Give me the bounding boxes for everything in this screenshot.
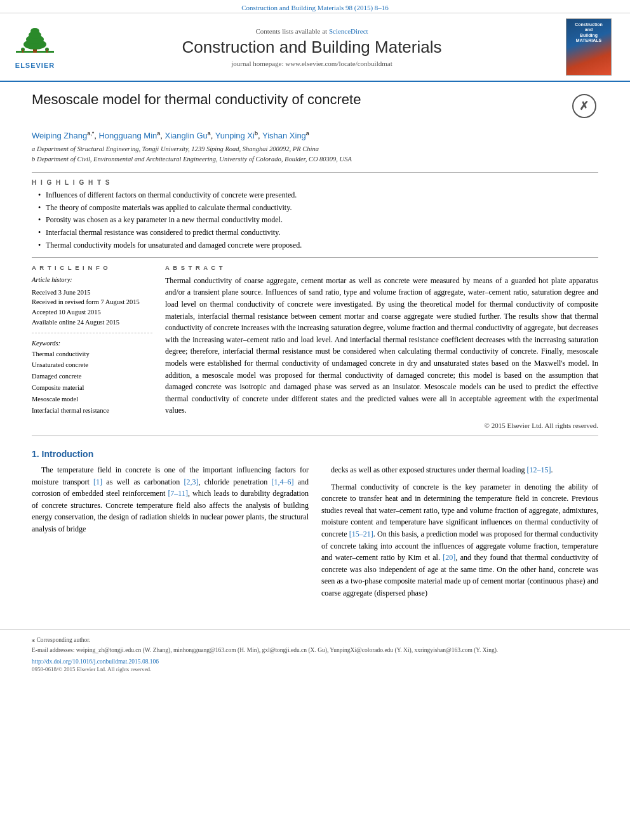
ref-1[interactable]: [1]	[93, 477, 102, 486]
doi-anchor[interactable]: http://dx.doi.org/10.1016/j.conbuildmat.…	[32, 658, 159, 665]
crossmark-icon: ✗	[572, 94, 596, 118]
journal-reference: Construction and Building Materials 98 (…	[241, 4, 389, 11]
elsevier-logo: ELSEVIER	[6, 25, 64, 69]
issn-line: 0950-0618/© 2015 Elsevier Ltd. All right…	[32, 666, 598, 672]
author-zhang[interactable]: Weiping Zhang	[32, 131, 87, 140]
divider-2	[32, 257, 598, 258]
article-info-column: A R T I C L E I N F O Article history: R…	[32, 264, 152, 429]
elsevier-brand-text: ELSEVIER	[15, 62, 55, 69]
accepted-date: Accepted 10 August 2015	[32, 307, 152, 317]
author-gu[interactable]: Xianglin Gu	[165, 131, 208, 140]
highlight-item-2: The theory of composite materials was ap…	[38, 203, 598, 213]
copyright-line: © 2015 Elsevier Ltd. All rights reserved…	[165, 422, 598, 429]
intro-text-columns: The temperature field in concrete is one…	[32, 464, 598, 604]
ref-1-4-6[interactable]: [1,4–6]	[271, 477, 293, 486]
article-title-section: Mesoscale model for thermal conductivity…	[32, 91, 598, 125]
article-history: Article history: Received 3 June 2015 Re…	[32, 275, 152, 333]
intro-right-col: decks as well as other exposed structure…	[321, 464, 598, 604]
top-bar: Construction and Building Materials 98 (…	[0, 0, 630, 13]
keywords-list: Thermal conductivity Unsaturated concret…	[32, 349, 152, 417]
journal-homepage: journal homepage: www.elsevier.com/locat…	[70, 60, 554, 67]
received-revised-date: Received in revised form 7 August 2015	[32, 297, 152, 307]
main-content: Mesoscale model for thermal conductivity…	[0, 82, 630, 617]
keyword-3: Damaged concrete	[32, 371, 152, 382]
journal-cover-image: ConstructionandBuildingMATERIALS	[566, 18, 612, 76]
received-date: Received 3 June 2015	[32, 288, 152, 298]
keyword-1: Thermal conductivity	[32, 349, 152, 360]
svg-rect-8	[22, 50, 23, 53]
highlights-list: Influences of different factors on therm…	[32, 190, 598, 251]
journal-header-center: Contents lists available at ScienceDirec…	[64, 27, 560, 67]
keywords-label: Keywords:	[32, 340, 152, 347]
keyword-4: Composite material	[32, 382, 152, 394]
keyword-6: Interfacial thermal resistance	[32, 405, 152, 417]
cover-title-text: ConstructionandBuildingMATERIALS	[575, 22, 603, 44]
affiliations: a Department of Structural Engineering, …	[32, 144, 598, 164]
divider-1	[32, 172, 598, 173]
journal-header: ELSEVIER Contents lists available at Sci…	[0, 13, 630, 82]
intro-title: 1. Introduction	[32, 449, 598, 459]
intro-label: Introduction	[42, 449, 94, 459]
introduction-section: 1. Introduction The temperature field in…	[32, 449, 598, 604]
highlight-item-1: Influences of different factors on therm…	[38, 190, 598, 201]
journal-cover-container: ConstructionandBuildingMATERIALS	[560, 18, 617, 76]
available-online-date: Available online 24 August 2015	[32, 317, 152, 328]
affiliation-b: b Department of Civil, Environmental and…	[32, 154, 598, 164]
highlights-section: H I G H L I G H T S Influences of differ…	[32, 179, 598, 251]
journal-title: Construction and Building Materials	[70, 37, 554, 57]
ref-12-15[interactable]: [12–15]	[527, 465, 551, 474]
author-xi[interactable]: Yunping Xi	[215, 131, 255, 140]
highlight-item-4: Interfacial thermal resistance was consi…	[38, 227, 598, 238]
keyword-5: Mesoscale model	[32, 394, 152, 405]
authors-line: Weiping Zhanga,*, Hongguang Mina, Xiangl…	[32, 130, 598, 140]
intro-right-paragraph-2: Thermal conductivity of concrete is the …	[321, 481, 598, 599]
svg-point-5	[30, 28, 39, 34]
keyword-2: Unsaturated concrete	[32, 359, 152, 371]
highlight-item-5: Thermal conductivity models for unsatura…	[38, 240, 598, 251]
affiliation-a: a Department of Structural Engineering, …	[32, 144, 598, 154]
abstract-column: A B S T R A C T Thermal conductivity of …	[165, 264, 598, 429]
doi-link[interactable]: http://dx.doi.org/10.1016/j.conbuildmat.…	[32, 658, 598, 665]
article-info-label: A R T I C L E I N F O	[32, 264, 152, 271]
science-direct-link[interactable]: ScienceDirect	[329, 27, 368, 35]
elsevier-logo-container: ELSEVIER	[6, 25, 64, 69]
intro-left-col: The temperature field in concrete is one…	[32, 464, 309, 604]
abstract-label: A B S T R A C T	[165, 264, 598, 271]
ref-2-3[interactable]: [2,3]	[184, 477, 199, 486]
ref-20[interactable]: [20]	[443, 553, 455, 562]
history-title: Article history:	[32, 275, 152, 286]
highlight-item-3: Porosity was chosen as a key parameter i…	[38, 215, 598, 225]
abstract-text: Thermal conductivity of coarse aggregate…	[165, 275, 598, 417]
author-min[interactable]: Hongguang Min	[98, 131, 157, 140]
ref-7-11[interactable]: [7–11]	[168, 489, 188, 498]
info-abstract-columns: A R T I C L E I N F O Article history: R…	[32, 264, 598, 429]
email-addresses: E-mail addresses: weiping_zh@tongji.edu.…	[32, 646, 598, 655]
contents-available-line: Contents lists available at ScienceDirec…	[70, 27, 554, 35]
elsevier-tree-icon	[13, 25, 57, 60]
divider-3	[32, 436, 598, 436]
email-values: weiping_zh@tongji.edu.cn (W. Zhang), min…	[76, 647, 499, 653]
email-label: E-mail addresses:	[32, 647, 74, 653]
intro-right-paragraph-1: decks as well as other exposed structure…	[321, 464, 598, 476]
page-wrapper: Construction and Building Materials 98 (…	[0, 0, 630, 840]
article-title: Mesoscale model for thermal conductivity…	[32, 91, 570, 108]
svg-rect-9	[46, 50, 48, 53]
author-xing[interactable]: Yishan Xing	[262, 131, 306, 140]
highlights-label: H I G H L I G H T S	[32, 179, 598, 186]
intro-number: 1.	[32, 449, 39, 459]
crossmark-badge: ✗	[570, 91, 598, 120]
intro-left-paragraph: The temperature field in concrete is one…	[32, 464, 309, 535]
page-footer: ⁎ Corresponding author. E-mail addresses…	[0, 629, 630, 675]
ref-15-21[interactable]: [15–21]	[349, 530, 373, 538]
corresponding-author-note: ⁎ Corresponding author.	[32, 636, 598, 643]
